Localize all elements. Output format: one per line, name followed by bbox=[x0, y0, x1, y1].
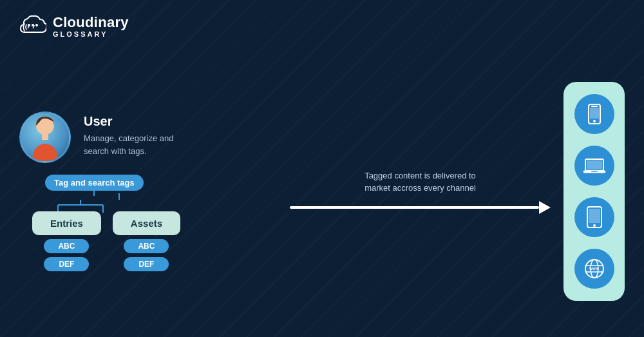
svg-rect-10 bbox=[591, 106, 598, 107]
user-info: User Manage, categorize andsearch with t… bbox=[84, 111, 173, 157]
logo-area: Cloudinary GLOSSARY bbox=[19, 14, 129, 39]
entries-tag-def: DEF bbox=[44, 257, 89, 271]
svg-rect-16 bbox=[591, 171, 598, 172]
svg-point-19 bbox=[593, 224, 596, 227]
tablet-icon-circle bbox=[574, 197, 614, 237]
header: Cloudinary GLOSSARY bbox=[0, 0, 644, 46]
logo-text: Cloudinary GLOSSARY bbox=[53, 15, 129, 38]
boxes-row: Entries ABC DEF Assets ABC DEF bbox=[32, 211, 180, 271]
laptop-icon-circle bbox=[574, 146, 614, 186]
diagram: Tag and search tags bbox=[32, 175, 180, 271]
user-row: User Manage, categorize andsearch with t… bbox=[19, 111, 173, 163]
arrow-shaft bbox=[290, 206, 539, 209]
logo-name: Cloudinary bbox=[53, 15, 129, 30]
svg-text:WWW: WWW bbox=[589, 267, 598, 271]
entries-label: Entries bbox=[32, 211, 101, 235]
arrow-label: Tagged content is delivered tomarket acc… bbox=[365, 169, 476, 195]
arrow-section: Tagged content is delivered tomarket acc… bbox=[290, 169, 551, 214]
globe-icon-circle: WWW bbox=[574, 249, 614, 289]
avatar bbox=[19, 111, 71, 163]
mobile-icon-circle bbox=[574, 94, 614, 134]
entries-box: Entries ABC DEF bbox=[32, 211, 101, 271]
svg-point-11 bbox=[593, 120, 596, 122]
svg-rect-18 bbox=[589, 209, 600, 223]
left-section: User Manage, categorize andsearch with t… bbox=[19, 111, 290, 271]
logo-subtitle: GLOSSARY bbox=[53, 31, 129, 38]
arrow-line bbox=[290, 201, 551, 214]
assets-tag-abc: ABC bbox=[124, 239, 169, 253]
svg-point-2 bbox=[35, 24, 38, 26]
user-title: User bbox=[84, 114, 173, 129]
entries-tag-abc: ABC bbox=[44, 239, 89, 253]
svg-rect-4 bbox=[42, 133, 48, 140]
tag-search-badge: Tag and search tags bbox=[45, 175, 144, 191]
assets-tag-def: DEF bbox=[124, 257, 169, 271]
right-section: WWW bbox=[564, 82, 625, 301]
cloudinary-logo-icon bbox=[19, 14, 46, 39]
assets-label: Assets bbox=[113, 211, 180, 235]
svg-rect-12 bbox=[590, 108, 599, 119]
main-content: User Manage, categorize andsearch with t… bbox=[0, 46, 644, 337]
user-description: Manage, categorize andsearch with tags. bbox=[84, 132, 173, 157]
device-panel: WWW bbox=[564, 82, 625, 301]
arrow-head bbox=[539, 201, 551, 214]
assets-box: Assets ABC DEF bbox=[113, 211, 180, 271]
svg-rect-14 bbox=[587, 160, 602, 169]
